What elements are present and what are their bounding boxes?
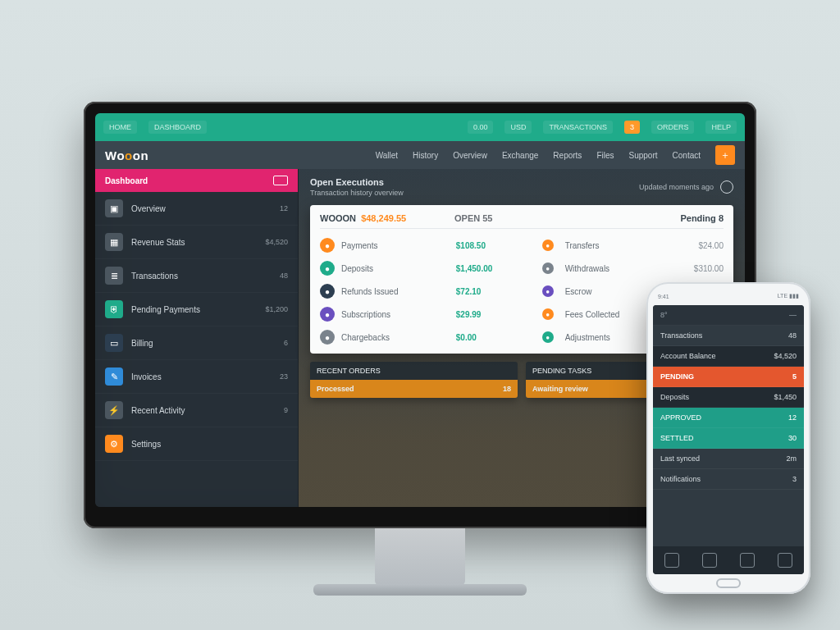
- phone-tab-icon[interactable]: [702, 553, 717, 568]
- panel-header: WOOON $48,249.55 OPEN 55 Pending 8: [320, 213, 724, 229]
- topbar-link-help[interactable]: HELP: [705, 121, 737, 134]
- brand-logo[interactable]: Wooon: [105, 148, 148, 162]
- nav-link[interactable]: Contact: [673, 151, 701, 160]
- sidebar-item-value: 48: [280, 272, 288, 280]
- nav-link[interactable]: Overview: [453, 151, 487, 160]
- phone-row[interactable]: Transactions48: [653, 326, 804, 346]
- phone-time: 9:41: [658, 294, 669, 299]
- topbar-notif-badge[interactable]: 3: [624, 121, 640, 134]
- row-dot-icon: ●: [542, 240, 554, 251]
- plus-icon: ＋: [720, 148, 730, 162]
- sidebar-item-value: 9: [284, 406, 288, 414]
- nav-row: Wooon Wallet History Overview Exchange R…: [95, 141, 745, 169]
- card-icon: [273, 176, 288, 185]
- status-box-value: 18: [503, 385, 511, 393]
- phone-tab-icon[interactable]: [740, 553, 755, 568]
- nav-link[interactable]: History: [413, 151, 438, 160]
- phone-row-value: 30: [788, 434, 797, 442]
- row-value-a: $72.10: [456, 287, 542, 296]
- phone-row[interactable]: PENDING5: [653, 367, 804, 387]
- brand-part-b: o: [125, 148, 133, 162]
- phone-row[interactable]: SETTLED30: [653, 428, 804, 449]
- nav-action-button[interactable]: ＋: [715, 145, 735, 165]
- row-name-b: ●Withdrawals: [542, 262, 657, 274]
- nav-link[interactable]: Wallet: [376, 151, 398, 160]
- phone-row[interactable]: Account Balance$4,520: [653, 346, 804, 367]
- sidebar: Dashboard ▣ Overview 12▦ Revenue Stats $…: [95, 169, 299, 507]
- topbar-link-orders[interactable]: ORDERS: [651, 121, 695, 134]
- sidebar-item[interactable]: ≣ Transactions 48: [95, 259, 298, 293]
- phone-row-value: 2m: [786, 454, 797, 463]
- monitor-stand: [375, 528, 465, 586]
- sidebar-item-value: $4,520: [265, 238, 288, 246]
- sidebar-item[interactable]: ⛨ Pending Payments $1,200: [95, 293, 298, 326]
- row-dot-icon: ●: [542, 285, 554, 297]
- doc-icon: ✎: [105, 368, 123, 386]
- topbar-link-dashboard[interactable]: DASHBOARD: [148, 121, 207, 134]
- phone-row[interactable]: Last synced2m: [653, 449, 804, 469]
- bolt-icon: ⚡: [105, 401, 123, 419]
- phone-row[interactable]: Notifications3: [653, 469, 804, 490]
- row-name-b: ●Adjustments: [542, 331, 657, 343]
- panel-row[interactable]: ● Deposits $1,450.00 ●Withdrawals $310.0…: [320, 257, 724, 280]
- phone-row-value: —: [789, 311, 797, 319]
- sidebar-item[interactable]: ▭ Billing 6: [95, 326, 298, 360]
- row-name: Refunds Issued: [341, 287, 456, 296]
- topbar-link-transactions[interactable]: TRANSACTIONS: [543, 121, 613, 134]
- sidebar-item-value: 23: [280, 372, 288, 381]
- card-icon: ▭: [105, 334, 123, 352]
- sidebar-item-label: Billing: [131, 339, 153, 348]
- phone-signal: LTE ▮▮▮: [778, 293, 799, 299]
- sidebar-item[interactable]: ▦ Revenue Stats $4,520: [95, 226, 298, 259]
- phone-row[interactable]: Deposits$1,450: [653, 387, 804, 408]
- phone-row-value: 5: [792, 372, 797, 381]
- row-dot-icon: ●: [320, 238, 335, 253]
- topbar-link-home[interactable]: HOME: [103, 121, 137, 134]
- row-dot-icon: ●: [542, 331, 554, 343]
- sidebar-item-label: Pending Payments: [131, 305, 200, 314]
- nav-link[interactable]: Files: [596, 151, 614, 160]
- row-value-a: $1,450.00: [456, 264, 542, 273]
- phone-row-value: 12: [788, 413, 797, 422]
- sidebar-item-label: Settings: [131, 440, 161, 449]
- sidebar-item[interactable]: ▣ Overview 12: [95, 192, 298, 226]
- sidebar-item[interactable]: ✎ Invoices 23: [95, 360, 298, 394]
- row-dot-icon: ●: [320, 284, 335, 299]
- row-dot-icon: ●: [320, 330, 335, 345]
- phone-mock: 9:41 LTE ▮▮▮ 8°—Transactions48Account Ba…: [646, 282, 810, 594]
- panel-row[interactable]: ● Payments $108.50 ●Transfers $24.00: [320, 234, 724, 257]
- nav-link[interactable]: Reports: [553, 151, 582, 160]
- gear-icon: ⚙: [105, 435, 123, 453]
- phone-tabbar: [653, 546, 804, 574]
- phone-tab-icon[interactable]: [664, 553, 679, 568]
- phone-row[interactable]: 8°—: [653, 305, 804, 326]
- phone-row-key: Notifications: [660, 475, 701, 483]
- refresh-icon[interactable]: [720, 180, 733, 194]
- sidebar-item[interactable]: ⚡ Recent Activity 9: [95, 394, 298, 427]
- status-box-head: RECENT ORDERS: [310, 362, 518, 380]
- sidebar-item-value: 6: [284, 339, 288, 347]
- phone-statusbar: 9:41 LTE ▮▮▮: [653, 290, 804, 302]
- sidebar-item-label: Recent Activity: [131, 406, 185, 415]
- phone-tab-icon[interactable]: [778, 553, 792, 568]
- topbar-balance: 0.00: [468, 121, 494, 134]
- status-box-orders[interactable]: RECENT ORDERS Processed18: [310, 362, 518, 398]
- phone-row-key: APPROVED: [660, 413, 701, 422]
- panel-col-c-label: Pending: [680, 213, 715, 223]
- row-name-b: ●Transfers: [542, 240, 657, 251]
- brand-part-a: Wo: [105, 148, 125, 162]
- topbar-currency[interactable]: USD: [504, 121, 532, 134]
- folder-icon: ▣: [105, 199, 123, 217]
- sidebar-item-value: 12: [280, 204, 288, 212]
- status-box-key: Processed: [317, 385, 354, 393]
- phone-row-key: Transactions: [660, 331, 702, 340]
- row-value-b: $24.00: [656, 241, 724, 250]
- nav-link[interactable]: Exchange: [502, 151, 538, 160]
- phone-row[interactable]: APPROVED12: [653, 408, 804, 428]
- nav-link[interactable]: Support: [629, 151, 658, 160]
- panel-col-b-label: OPEN: [454, 213, 480, 223]
- phone-home-button[interactable]: [716, 578, 741, 588]
- sidebar-header-label: Dashboard: [105, 176, 148, 185]
- sidebar-item[interactable]: ⚙ Settings: [95, 427, 298, 461]
- phone-row-key: Last synced: [660, 454, 700, 463]
